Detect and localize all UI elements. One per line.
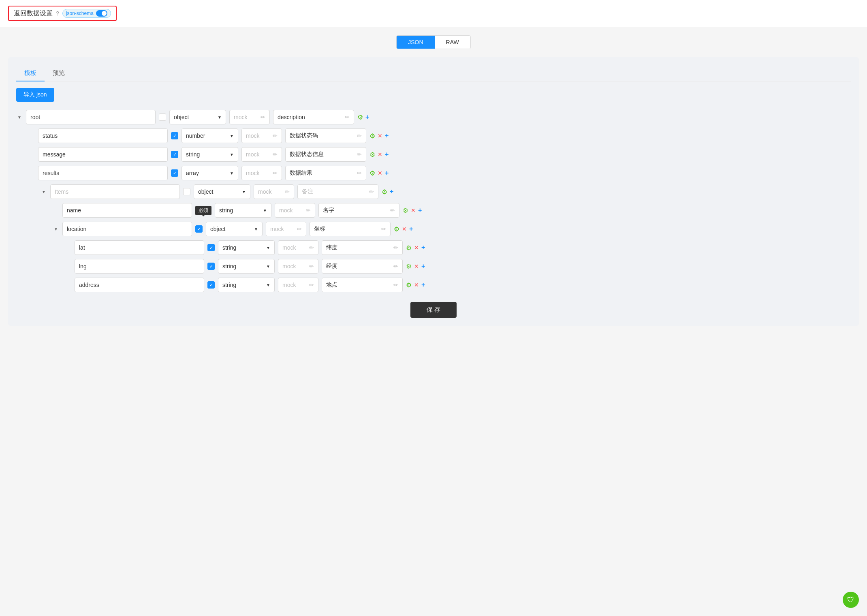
field-name-status[interactable] bbox=[38, 128, 168, 143]
type-select-root[interactable]: object ▼ bbox=[169, 110, 226, 124]
checkbox-items[interactable] bbox=[183, 188, 190, 195]
field-name-location[interactable] bbox=[62, 222, 192, 236]
plus-icon-items[interactable]: + bbox=[390, 188, 393, 195]
checkbox-lat[interactable] bbox=[207, 244, 215, 251]
desc-root[interactable]: description ✏ bbox=[273, 110, 354, 124]
delete-icon-status[interactable]: ✕ bbox=[378, 133, 382, 139]
mock-root[interactable]: mock ✏ bbox=[229, 110, 270, 124]
type-select-status[interactable]: number ▼ bbox=[182, 128, 238, 143]
import-json-button[interactable]: 导入 json bbox=[16, 88, 54, 102]
action-icons-message: ⚙ ✕ + bbox=[369, 151, 389, 158]
checkbox-location[interactable] bbox=[195, 225, 203, 233]
plus-icon-address[interactable]: + bbox=[421, 281, 425, 289]
plus-icon-name[interactable]: + bbox=[418, 207, 422, 214]
plus-icon-location[interactable]: + bbox=[409, 225, 413, 233]
schema-table: ▼ object ▼ mock ✏ description ✏ ⚙ + bbox=[16, 110, 851, 292]
delete-icon-lat[interactable]: ✕ bbox=[414, 244, 419, 251]
desc-message[interactable]: 数据状态信息 ✏ bbox=[285, 147, 366, 162]
json-schema-toggle[interactable] bbox=[96, 10, 107, 17]
field-name-message[interactable] bbox=[38, 147, 168, 162]
desc-address[interactable]: 地点 ✏ bbox=[322, 278, 403, 292]
checkbox-address[interactable] bbox=[207, 281, 215, 289]
desc-lng[interactable]: 经度 ✏ bbox=[322, 259, 403, 274]
delete-icon-address[interactable]: ✕ bbox=[414, 282, 419, 288]
gear-icon-location[interactable]: ⚙ bbox=[394, 225, 399, 233]
tab-raw[interactable]: RAW bbox=[435, 36, 470, 49]
desc-name[interactable]: 名字 ✏ bbox=[318, 203, 399, 218]
save-btn-row: 保 存 bbox=[16, 302, 851, 318]
type-select-lng[interactable]: string ▼ bbox=[218, 259, 275, 274]
expand-icon-root[interactable]: ▼ bbox=[16, 114, 23, 120]
delete-icon-name[interactable]: ✕ bbox=[411, 207, 416, 214]
desc-status[interactable]: 数据状态码 ✏ bbox=[285, 128, 366, 143]
expand-icon-items[interactable]: ▼ bbox=[41, 188, 47, 195]
desc-items[interactable]: 备注 ✏ bbox=[297, 184, 378, 199]
gear-icon-name[interactable]: ⚙ bbox=[403, 207, 408, 214]
plus-icon-results[interactable]: + bbox=[385, 169, 389, 177]
type-select-address[interactable]: string ▼ bbox=[218, 278, 275, 292]
tab-preview[interactable]: 预览 bbox=[45, 65, 73, 81]
mock-name[interactable]: mock ✏ bbox=[275, 203, 315, 218]
plus-icon-lng[interactable]: + bbox=[421, 263, 425, 270]
gear-icon-items[interactable]: ⚙ bbox=[382, 188, 387, 196]
desc-location[interactable]: 坐标 ✏ bbox=[310, 222, 391, 236]
gear-icon-root[interactable]: ⚙ bbox=[357, 113, 363, 121]
action-icons-items: ⚙ + bbox=[382, 188, 393, 196]
mock-address[interactable]: mock ✏ bbox=[278, 278, 318, 292]
tab-template[interactable]: 模板 bbox=[16, 65, 45, 81]
field-name-address[interactable] bbox=[75, 278, 204, 292]
gear-icon-status[interactable]: ⚙ bbox=[369, 132, 375, 140]
page-title: 返回数据设置 bbox=[14, 9, 53, 18]
gear-icon-lat[interactable]: ⚙ bbox=[406, 244, 412, 252]
checkbox-lng[interactable] bbox=[207, 263, 215, 270]
action-icons-results: ⚙ ✕ + bbox=[369, 169, 389, 177]
checkbox-results[interactable] bbox=[171, 169, 178, 177]
field-name-results[interactable] bbox=[38, 166, 168, 180]
field-name-root[interactable] bbox=[26, 110, 156, 124]
desc-lat[interactable]: 纬度 ✏ bbox=[322, 240, 403, 255]
type-select-message[interactable]: string ▼ bbox=[182, 147, 238, 162]
field-name-lat[interactable] bbox=[75, 240, 204, 255]
table-row: string ▼ mock ✏ 地点 ✏ ⚙ ✕ + bbox=[65, 278, 851, 292]
mock-message[interactable]: mock ✏ bbox=[241, 147, 282, 162]
type-select-results[interactable]: array ▼ bbox=[182, 166, 238, 180]
mock-results[interactable]: mock ✏ bbox=[241, 166, 282, 180]
mock-items[interactable]: mock ✏ bbox=[254, 184, 294, 199]
mock-location[interactable]: mock ✏ bbox=[266, 222, 306, 236]
sub-tabs: 模板 预览 bbox=[16, 65, 851, 81]
checkbox-root[interactable] bbox=[159, 113, 166, 121]
gear-icon-message[interactable]: ⚙ bbox=[369, 151, 375, 158]
table-row: number ▼ mock ✏ 数据状态码 ✏ ⚙ ✕ + bbox=[28, 128, 851, 143]
schema-badge-label: json-schema bbox=[66, 11, 94, 16]
field-name-name[interactable] bbox=[62, 203, 192, 218]
save-button[interactable]: 保 存 bbox=[410, 302, 457, 318]
delete-icon-lng[interactable]: ✕ bbox=[414, 263, 419, 270]
plus-icon-lat[interactable]: + bbox=[421, 244, 425, 251]
mock-lng[interactable]: mock ✏ bbox=[278, 259, 318, 274]
top-bar: 返回数据设置 ? json-schema bbox=[0, 0, 867, 27]
checkbox-message[interactable] bbox=[171, 151, 178, 158]
type-select-name[interactable]: string ▼ bbox=[215, 203, 271, 218]
plus-icon-message[interactable]: + bbox=[385, 151, 389, 158]
desc-results[interactable]: 数据结果 ✏ bbox=[285, 166, 366, 180]
field-name-items[interactable] bbox=[50, 184, 180, 199]
delete-icon-location[interactable]: ✕ bbox=[402, 226, 407, 232]
expand-icon-location[interactable]: ▼ bbox=[53, 226, 59, 232]
type-select-lat[interactable]: string ▼ bbox=[218, 240, 275, 255]
field-name-lng[interactable] bbox=[75, 259, 204, 274]
gear-icon-results[interactable]: ⚙ bbox=[369, 169, 375, 177]
table-row: ▼ object ▼ mock ✏ 坐标 ✏ ⚙ ✕ + bbox=[53, 222, 851, 236]
checkbox-status[interactable] bbox=[171, 132, 178, 139]
plus-icon-root[interactable]: + bbox=[365, 113, 369, 121]
plus-icon-status[interactable]: + bbox=[385, 132, 389, 139]
type-select-location[interactable]: object ▼ bbox=[206, 222, 263, 236]
mock-status[interactable]: mock ✏ bbox=[241, 128, 282, 143]
delete-icon-message[interactable]: ✕ bbox=[378, 151, 382, 158]
help-icon[interactable]: ? bbox=[56, 10, 59, 17]
mock-lat[interactable]: mock ✏ bbox=[278, 240, 318, 255]
type-select-items[interactable]: object ▼ bbox=[194, 184, 250, 199]
gear-icon-lng[interactable]: ⚙ bbox=[406, 263, 412, 270]
gear-icon-address[interactable]: ⚙ bbox=[406, 281, 412, 289]
tab-json[interactable]: JSON bbox=[397, 36, 434, 49]
delete-icon-results[interactable]: ✕ bbox=[378, 170, 382, 176]
